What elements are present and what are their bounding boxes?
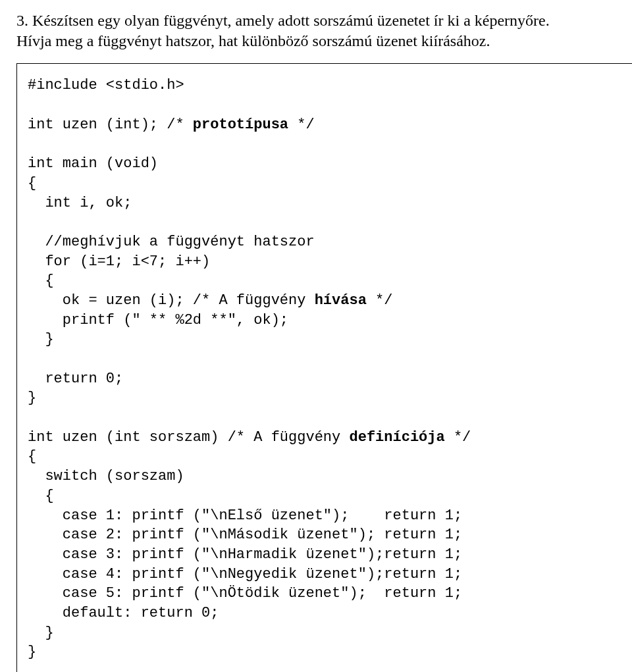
code-line: case 2: printf ("\nMásodik üzenet"); ret… (28, 527, 462, 543)
code-line: } (28, 644, 36, 660)
code-line: } (28, 625, 54, 641)
code-line: */ (445, 429, 471, 446)
code-line: case 1: printf ("\nElső üzenet"); return… (28, 507, 462, 524)
code-line: int uzen (int sorszam) /* A függvény (28, 429, 349, 446)
code-line: { (28, 448, 36, 465)
code-bold: hívása (315, 292, 367, 309)
code-line: { (28, 175, 36, 192)
code-line: int i, ok; (28, 195, 132, 211)
code-line: for (i=1; i<7; i++) (28, 253, 210, 270)
code-bold: prototípusa (193, 116, 288, 133)
code-line: #include <stdio.h> (28, 77, 184, 93)
code-line: */ (367, 292, 393, 309)
code-line: { (28, 488, 54, 504)
prompt-line-2: Hívja meg a függvényt hatszor, hat külön… (16, 32, 490, 49)
code-line: */ (288, 116, 315, 133)
exercise-prompt: 3. Készítsen egy olyan függvényt, amely … (16, 11, 632, 51)
code-line: case 4: printf ("\nNegyedik üzenet");ret… (28, 566, 462, 582)
prompt-line-1: 3. Készítsen egy olyan függvényt, amely … (16, 12, 550, 29)
code-line: return 0; (28, 371, 123, 387)
code-line: default: return 0; (28, 605, 219, 621)
code-line: } (28, 390, 36, 406)
code-line: //meghívjuk a függvényt hatszor (28, 234, 315, 250)
code-line: int main (void) (28, 155, 158, 172)
code-line: switch (sorszam) (28, 468, 184, 484)
code-line: } (28, 331, 54, 348)
code-line: case 3: printf ("\nHarmadik üzenet");ret… (28, 546, 462, 563)
code-line: case 5: printf ("\nÖtödik üzenet"); retu… (28, 585, 462, 602)
code-listing: #include <stdio.h> int uzen (int); /* pr… (16, 63, 632, 672)
code-line: int uzen (int); /* (28, 116, 193, 133)
code-line: { (28, 272, 54, 289)
code-line: ok = uzen (i); /* A függvény (28, 292, 315, 309)
code-bold: definíciója (349, 429, 444, 446)
code-line: printf (" ** %2d **", ok); (28, 312, 288, 328)
